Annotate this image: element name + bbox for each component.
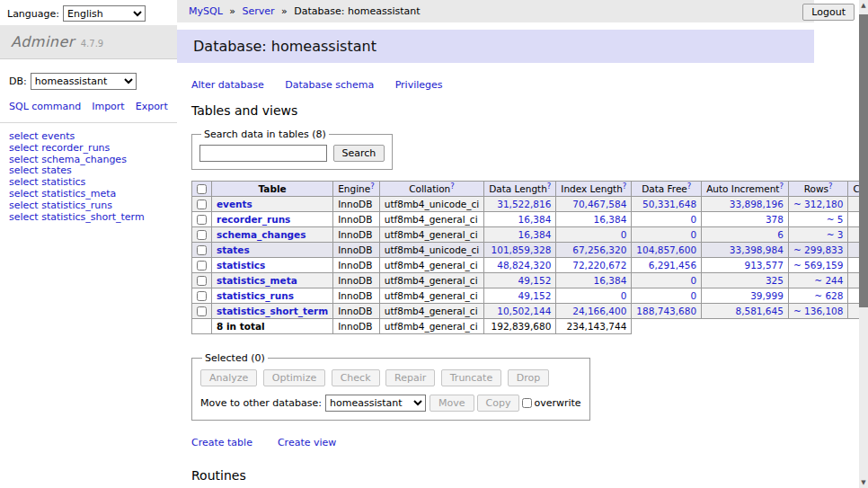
select-all-checkbox[interactable] [197, 184, 207, 194]
table-row: recorder_runs InnoDB utf8mb4_general_ci … [192, 212, 868, 227]
data-length-link[interactable]: 101,859,328 [492, 244, 552, 255]
auto-increment-link[interactable]: 33,398,984 [730, 244, 784, 255]
data-length-link[interactable]: 48,824,320 [497, 260, 551, 271]
table-name-link[interactable]: statistics_meta [217, 275, 297, 286]
engine-help-link[interactable]: ? [370, 182, 375, 191]
table-name-link[interactable]: statistics_short_term [217, 306, 328, 316]
check-button[interactable]: Check [332, 369, 380, 386]
sidebar-link-sql-command[interactable]: SQL command [9, 101, 81, 112]
drop-button[interactable]: Drop [508, 369, 549, 386]
sidebar-item-select-events[interactable]: select events [9, 131, 168, 143]
data-free-link[interactable]: 6,291,456 [649, 260, 696, 271]
data-free-link[interactable]: 188,743,680 [636, 306, 696, 316]
row-checkbox[interactable] [197, 306, 207, 316]
overwrite-checkbox[interactable] [522, 398, 532, 408]
table-name-link[interactable]: statistics_runs [217, 290, 294, 301]
scrollbar-thumb[interactable] [859, 14, 868, 307]
rows-count-link[interactable]: ~ 5 [827, 214, 844, 225]
rows-count-link[interactable]: ~ 244 [814, 275, 843, 286]
auto-increment-link[interactable]: 6 [777, 229, 784, 240]
data-length-link[interactable]: 16,384 [518, 214, 552, 225]
sidebar-item-select-statistics-short-term[interactable]: select statistics_short_term [9, 212, 168, 224]
breadcrumb-server-link[interactable]: Server [243, 5, 275, 17]
data-free-link[interactable]: 0 [690, 229, 696, 240]
data-free-link[interactable]: 50,331,648 [642, 199, 696, 209]
create-view-link[interactable]: Create view [278, 437, 336, 448]
table-name-link[interactable]: schema_changes [217, 229, 306, 240]
db-select[interactable]: homeassistant [31, 73, 137, 90]
sidebar-item-select-statistics-runs[interactable]: select statistics_runs [9, 200, 168, 212]
auto-increment-link[interactable]: 39,999 [750, 290, 784, 301]
alter-database-link[interactable]: Alter database [191, 79, 264, 91]
data-length-link[interactable]: 10,502,144 [497, 306, 551, 316]
sidebar-item-select-recorder-runs[interactable]: select recorder_runs [9, 143, 168, 155]
auto-increment-link[interactable]: 913,577 [745, 260, 784, 271]
collation-help-link[interactable]: ? [450, 182, 455, 191]
data-length-link[interactable]: 49,152 [518, 290, 552, 301]
data-length-link[interactable]: 31,522,816 [497, 199, 551, 209]
scrollbar-down-arrow[interactable]: ▼ [859, 477, 868, 488]
sidebar-item-select-statistics-meta[interactable]: select statistics_meta [9, 189, 168, 200]
auto-increment-link[interactable]: 33,898,196 [730, 199, 784, 209]
data-free-help-link[interactable]: ? [687, 182, 692, 191]
data-length-link[interactable]: 49,152 [518, 275, 552, 286]
copy-button[interactable]: Copy [477, 395, 520, 412]
optimize-button[interactable]: Optimize [263, 369, 325, 386]
index-length-link[interactable]: 16,384 [594, 214, 627, 225]
collation-cell: utf8mb4_general_ci [379, 288, 483, 304]
row-checkbox[interactable] [197, 261, 207, 271]
create-table-link[interactable]: Create table [191, 437, 252, 448]
language-select[interactable]: English [63, 5, 146, 22]
auto-increment-link[interactable]: 8,581,645 [735, 306, 783, 316]
database-schema-link[interactable]: Database schema [285, 79, 374, 91]
table-name-link[interactable]: statistics [217, 260, 265, 271]
rows-count-link[interactable]: ~ 136,108 [793, 306, 844, 316]
table-name-link[interactable]: events [217, 199, 252, 209]
row-checkbox[interactable] [197, 291, 207, 301]
row-checkbox[interactable] [197, 215, 207, 225]
data-free-link[interactable]: 0 [690, 275, 696, 286]
analyze-button[interactable]: Analyze [200, 369, 257, 386]
logout-button[interactable]: Logout [802, 4, 855, 21]
row-checkbox[interactable] [197, 200, 207, 209]
data-free-link[interactable]: 0 [690, 290, 696, 301]
index-length-help-link[interactable]: ? [623, 182, 627, 191]
breadcrumb-mysql-link[interactable]: MySQL [189, 5, 223, 17]
sidebar-link-import[interactable]: Import [92, 101, 125, 112]
rows-count-link[interactable]: ~ 628 [814, 290, 843, 301]
index-length-link[interactable]: 72,220,672 [572, 260, 626, 271]
auto-increment-help-link[interactable]: ? [779, 182, 784, 191]
table-name-link[interactable]: states [217, 244, 250, 255]
move-db-select[interactable]: homeassistant [325, 395, 426, 412]
scrollbar-up-arrow[interactable]: ▲ [859, 0, 868, 11]
data-length-link[interactable]: 16,384 [518, 229, 552, 240]
index-length-link[interactable]: 0 [621, 290, 627, 301]
auto-increment-link[interactable]: 378 [766, 214, 784, 225]
index-length-link[interactable]: 67,256,320 [572, 244, 626, 255]
rows-count-link[interactable]: ~ 312,180 [793, 199, 844, 209]
vertical-scrollbar[interactable]: ▲ ▼ [859, 0, 868, 488]
row-checkbox[interactable] [197, 276, 207, 286]
privileges-link[interactable]: Privileges [395, 79, 443, 91]
row-checkbox[interactable] [197, 245, 207, 255]
index-length-link[interactable]: 0 [621, 229, 627, 240]
move-button[interactable]: Move [430, 395, 474, 412]
data-length-help-link[interactable]: ? [547, 182, 552, 191]
data-free-link[interactable]: 0 [690, 214, 696, 225]
auto-increment-link[interactable]: 325 [766, 275, 784, 286]
index-length-link[interactable]: 70,467,584 [572, 199, 626, 209]
rows-help-link[interactable]: ? [828, 182, 833, 191]
rows-count-link[interactable]: ~ 569,159 [793, 260, 844, 271]
table-name-link[interactable]: recorder_runs [217, 214, 290, 225]
rows-count-link[interactable]: ~ 299,833 [793, 244, 844, 255]
repair-button[interactable]: Repair [385, 369, 435, 386]
search-input[interactable] [199, 145, 327, 162]
sidebar-link-export[interactable]: Export [136, 101, 168, 112]
rows-count-link[interactable]: ~ 3 [827, 229, 844, 240]
truncate-button[interactable]: Truncate [441, 369, 501, 386]
row-checkbox[interactable] [197, 230, 207, 240]
search-button[interactable]: Search [333, 145, 385, 162]
index-length-link[interactable]: 16,384 [594, 275, 627, 286]
data-free-link[interactable]: 104,857,600 [636, 244, 696, 255]
index-length-link[interactable]: 24,166,400 [572, 306, 626, 316]
